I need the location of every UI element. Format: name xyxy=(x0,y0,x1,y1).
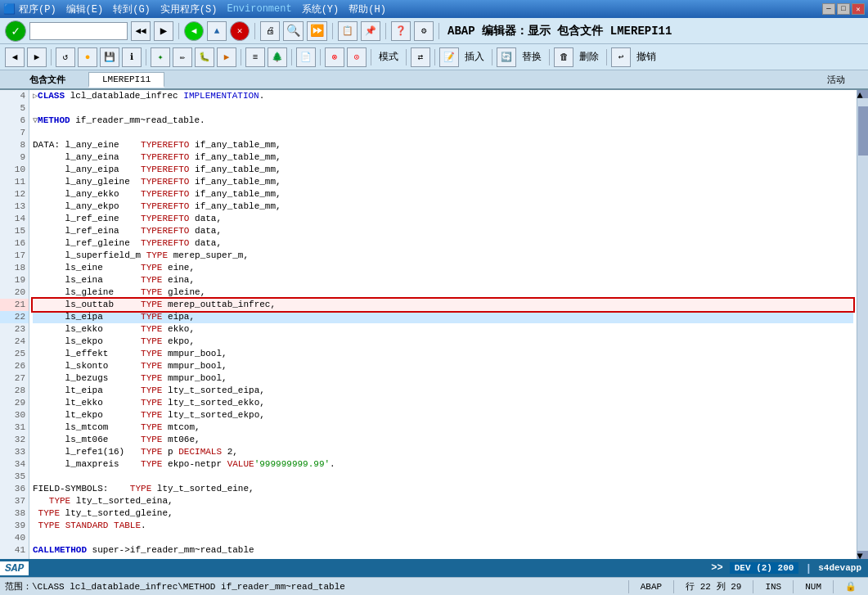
up-button[interactable]: ▲ xyxy=(207,21,227,41)
hierarchy-button[interactable]: 🌲 xyxy=(268,47,287,67)
bookmark-button[interactable]: 📄 xyxy=(296,47,316,67)
file-tab-name: LMEREPI11 xyxy=(102,74,151,84)
status-sep2 xyxy=(673,580,674,593)
code-line[interactable]: ls_gleine TYPE gleine, xyxy=(33,286,853,299)
line-number: 36 xyxy=(0,483,29,495)
line-number: 25 xyxy=(0,348,29,360)
find-next-button[interactable]: ⏩ xyxy=(307,21,327,41)
code-line[interactable] xyxy=(33,127,853,139)
edit-button[interactable]: ✏ xyxy=(173,47,192,67)
code-line[interactable]: ls_eipa TYPE eipa, xyxy=(33,311,853,323)
code-line[interactable]: ▷ CLASS lcl_datablade_infrec IMPLEMENTAT… xyxy=(33,90,853,102)
code-line[interactable]: ls_mt06e TYPE mt06e, xyxy=(33,434,853,446)
help-button[interactable]: ❓ xyxy=(391,21,411,41)
close-button[interactable]: ✕ xyxy=(852,3,865,15)
line-number: 31 xyxy=(0,421,29,434)
insert-btn[interactable]: 📝 xyxy=(439,47,459,67)
code-line[interactable]: lt_ekpo TYPE lty_t_sorted_ekpo, xyxy=(33,409,853,421)
nav-back-button[interactable]: ◀ xyxy=(5,47,25,67)
menu-help[interactable]: 帮助(H) xyxy=(349,2,386,16)
code-line[interactable]: l_maxpreis TYPE ekpo-netpr VALUE '999999… xyxy=(33,458,853,471)
compare-button[interactable]: ⇄ xyxy=(411,47,430,67)
prev-prev-button[interactable]: ◀◀ xyxy=(131,21,151,41)
code-line[interactable]: l_skonto TYPE mmpur_bool, xyxy=(33,360,853,372)
code-line[interactable]: lt_ekko TYPE lty_t_sorted_ekko, xyxy=(33,397,853,409)
scroll-thumb[interactable] xyxy=(858,106,868,156)
pattern-button[interactable]: ⊗ xyxy=(325,47,344,67)
settings-button[interactable]: ⚙ xyxy=(414,21,434,41)
window-controls: ─ □ ✕ xyxy=(822,3,865,15)
code-line[interactable]: l_superfield_m TYPE merep_super_m, xyxy=(33,250,853,262)
activate-btn2[interactable]: ✦ xyxy=(151,47,170,67)
paste-button[interactable]: 📌 xyxy=(361,21,380,41)
code-line[interactable]: ls_eina TYPE eina, xyxy=(33,274,853,286)
code-line[interactable]: TYPE STANDARD TABLE. xyxy=(33,520,853,532)
code-line[interactable]: l_ref_eina TYPE REF TO data, xyxy=(33,225,853,237)
code-line[interactable]: DATA: l_any_eine TYPE REF TO if_any_tabl… xyxy=(33,139,853,151)
command-field[interactable] xyxy=(29,22,128,40)
cancel-button[interactable]: ✕ xyxy=(230,21,250,41)
delete-label: 删除 xyxy=(576,50,602,64)
code-line[interactable]: ls_outtab TYPE merep_outtab_infrec, xyxy=(33,299,853,311)
minimize-button[interactable]: ─ xyxy=(822,3,835,15)
maximize-button[interactable]: □ xyxy=(837,3,850,15)
scroll-down-arrow[interactable]: ▼ xyxy=(857,551,869,559)
activate-button[interactable]: ✓ xyxy=(5,20,26,42)
find-button[interactable]: 🔍 xyxy=(283,21,304,41)
prev-button[interactable]: ▶ xyxy=(154,21,173,41)
replace-btn[interactable]: 🔄 xyxy=(497,47,516,67)
code-line[interactable]: l_ref_eine TYPE REF TO data, xyxy=(33,213,853,225)
code-line[interactable]: l_ref_gleine TYPE REF TO data, xyxy=(33,237,853,250)
status-lock-icon: 🔒 xyxy=(839,581,863,592)
code-line[interactable] xyxy=(33,471,853,483)
code-line[interactable]: ls_ekko TYPE ekko, xyxy=(33,323,853,336)
code-line[interactable]: TYPE lty_t_sorted_eina, xyxy=(33,495,853,507)
sep-t2-5 xyxy=(320,49,321,65)
file-tab-lmerepi11[interactable]: LMEREPI11 xyxy=(88,72,164,88)
check-button[interactable]: ● xyxy=(78,47,97,67)
code-editor[interactable]: 4567891011121314151617181920212223242526… xyxy=(0,90,868,559)
code-line[interactable]: l_any_eina TYPE REF TO if_any_table_mm, xyxy=(33,151,853,164)
delete-btn[interactable]: 🗑 xyxy=(554,47,573,67)
code-line[interactable] xyxy=(33,102,853,115)
code-line[interactable]: TYPE lty_t_sorted_gleine, xyxy=(33,507,853,520)
line-number: 14 xyxy=(0,213,29,225)
code-line[interactable] xyxy=(33,532,853,544)
print-button[interactable]: 🖨 xyxy=(260,21,280,41)
code-line[interactable]: ls_mtcom TYPE mtcom, xyxy=(33,421,853,434)
undo-btn[interactable]: ↩ xyxy=(611,47,631,67)
nav-forward-button[interactable]: ▶ xyxy=(27,47,47,67)
menu-system[interactable]: 系统(Y) xyxy=(302,2,340,16)
code-line[interactable]: l_any_ekko TYPE REF TO if_any_table_mm, xyxy=(33,188,853,201)
menu-goto[interactable]: 转到(G) xyxy=(113,2,151,16)
back-button[interactable]: ◀ xyxy=(184,21,204,41)
code-line[interactable]: ls_eine TYPE eine, xyxy=(33,262,853,274)
code-line[interactable]: l_any_gleine TYPE REF TO if_any_table_mm… xyxy=(33,176,853,188)
info-button[interactable]: ℹ xyxy=(122,47,142,67)
object-list-button[interactable]: ≡ xyxy=(245,47,265,67)
menu-environment[interactable]: Environment xyxy=(227,3,291,15)
code-line[interactable]: ls_ekpo TYPE ekpo, xyxy=(33,336,853,348)
code-line[interactable]: l_refe1(16) TYPE p DECIMALS 2, xyxy=(33,446,853,458)
code-line[interactable]: CALL METHOD super->if_reader_mm~read_tab… xyxy=(33,544,853,557)
code-line[interactable]: l_any_eipa TYPE REF TO if_any_table_mm, xyxy=(33,164,853,176)
code-line[interactable]: l_bezugs TYPE mmpur_bool, xyxy=(33,372,853,385)
copy-button[interactable]: 📋 xyxy=(338,21,358,41)
code-line[interactable]: FIELD-SYMBOLS: TYPE lty_t_sorted_eine, xyxy=(33,483,853,495)
code-line[interactable]: l_effekt TYPE mmpur_bool, xyxy=(33,348,853,360)
code-line[interactable]: ▽ METHOD if_reader_mm~read_table. xyxy=(33,115,853,127)
line-number: 23 xyxy=(0,323,29,336)
code-line[interactable]: l_any_ekpo TYPE REF TO if_any_table_mm, xyxy=(33,201,853,213)
save-local-button[interactable]: 💾 xyxy=(100,47,119,67)
menu-program[interactable]: 程序(P) xyxy=(19,2,56,16)
code-line[interactable]: lt_eipa TYPE lty_t_sorted_eipa, xyxy=(33,385,853,397)
run-button[interactable]: ▶ xyxy=(217,47,236,67)
refresh-button[interactable]: ↺ xyxy=(56,47,75,67)
pattern2-button[interactable]: ⊙ xyxy=(347,47,367,67)
scroll-up-arrow[interactable]: ▲ xyxy=(857,90,869,98)
code-content[interactable]: ▷ CLASS lcl_datablade_infrec IMPLEMENTAT… xyxy=(29,90,857,559)
debug-button[interactable]: 🐛 xyxy=(195,47,214,67)
menu-edit[interactable]: 编辑(E) xyxy=(66,2,104,16)
vertical-scrollbar[interactable]: ▲ ▼ xyxy=(857,90,868,559)
menu-utilities[interactable]: 实用程序(S) xyxy=(160,2,218,16)
